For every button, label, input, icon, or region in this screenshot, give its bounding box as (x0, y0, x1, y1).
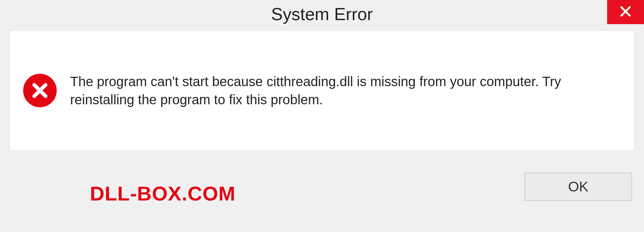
watermark-text: DLL-BOX.COM (90, 182, 235, 205)
ok-button[interactable]: OK (525, 173, 632, 201)
close-button[interactable] (607, 0, 644, 24)
error-message: The program can't start because citthrea… (70, 72, 621, 109)
ok-button-label: OK (568, 179, 589, 195)
close-icon (619, 5, 632, 19)
error-dialog: System Error The program can't start bec… (0, 0, 644, 232)
titlebar: System Error (0, 0, 644, 28)
dialog-title: System Error (271, 4, 373, 24)
dialog-footer: DLL-BOX.COM OK (9, 155, 635, 232)
error-icon (23, 74, 57, 107)
content-panel: The program can't start because citthrea… (9, 30, 635, 151)
